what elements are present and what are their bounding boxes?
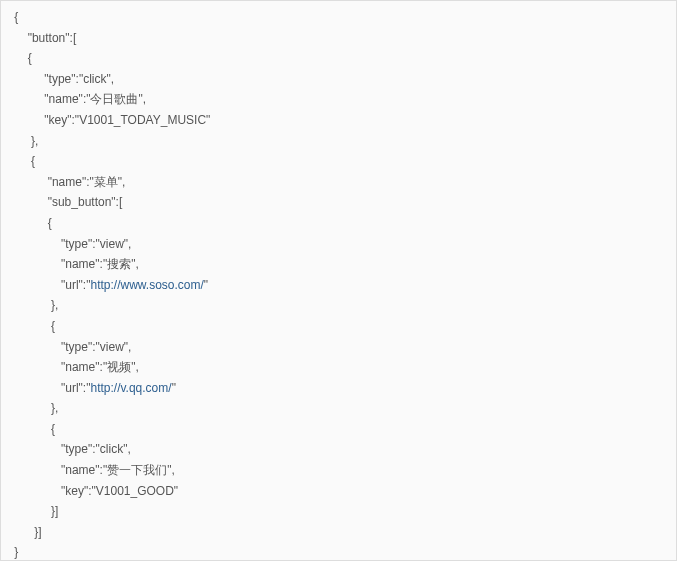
code-line: { — [11, 154, 35, 168]
code-line: { — [11, 10, 18, 24]
code-line: "key":"V1001_GOOD" — [11, 484, 178, 498]
url-link-soso[interactable]: http://www.soso.com/ — [90, 278, 203, 292]
code-line: "url":"http://www.soso.com/" — [11, 278, 208, 292]
code-line: }, — [11, 134, 38, 148]
code-line: "url":"http://v.qq.com/" — [11, 381, 176, 395]
code-line: "type":"view", — [11, 237, 131, 251]
code-line: "button":[ — [11, 31, 76, 45]
code-line: "key":"V1001_TODAY_MUSIC" — [11, 113, 210, 127]
code-line: "name":"今日歌曲", — [11, 92, 146, 106]
code-line: }, — [11, 401, 58, 415]
code-line: { — [11, 51, 38, 65]
code-content: { "button":[ { "type":"click", "name":"今… — [11, 7, 666, 561]
code-line: } — [11, 545, 18, 559]
code-line: "name":"搜索", — [11, 257, 139, 271]
code-line: { — [11, 319, 55, 333]
code-line: }, — [11, 298, 58, 312]
code-line: "type":"view", — [11, 340, 131, 354]
code-line: { — [11, 216, 64, 230]
code-line: "sub_button":[ — [11, 195, 122, 209]
code-line: { — [11, 422, 55, 436]
code-block: { "button":[ { "type":"click", "name":"今… — [0, 0, 677, 561]
code-line: "type":"click", — [11, 72, 114, 86]
code-line: "name":"菜单", — [11, 175, 125, 189]
code-line: "name":"视频", — [11, 360, 139, 374]
code-line: }] — [11, 504, 58, 518]
code-line: }] — [11, 525, 42, 539]
code-line: "type":"click", — [11, 442, 131, 456]
url-link-vqq[interactable]: http://v.qq.com/ — [90, 381, 171, 395]
code-line: "name":"赞一下我们", — [11, 463, 175, 477]
